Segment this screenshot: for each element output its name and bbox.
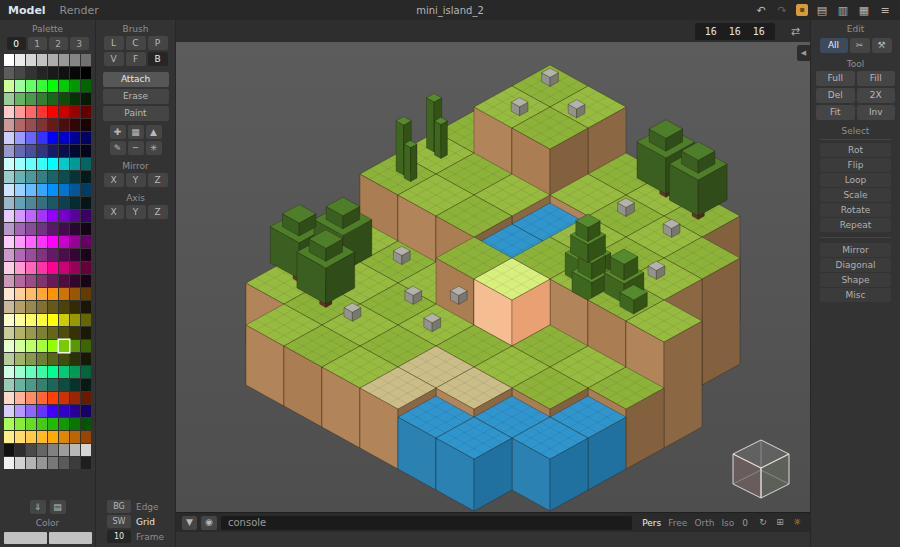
palette-swatch[interactable]	[26, 93, 36, 105]
palette-swatch[interactable]	[15, 145, 25, 157]
palette-swatch[interactable]	[15, 262, 25, 274]
palette-swatch[interactable]	[81, 106, 91, 118]
palette-swatch[interactable]	[37, 418, 47, 430]
palette-swatch[interactable]	[70, 145, 80, 157]
edit-misc[interactable]: Misc	[820, 288, 891, 302]
palette-swatch[interactable]	[59, 392, 69, 404]
palette-swatch[interactable]	[37, 327, 47, 339]
palette-swatch[interactable]	[59, 353, 69, 365]
palette-swatch[interactable]	[26, 444, 36, 456]
palette-swatch[interactable]	[15, 431, 25, 443]
palette-swatch[interactable]	[59, 80, 69, 92]
palette-swatch[interactable]	[48, 418, 58, 430]
palette-swatch[interactable]	[4, 327, 14, 339]
palette-swatch[interactable]	[4, 223, 14, 235]
palette-preview-swatch[interactable]	[4, 532, 47, 544]
view-mode-pers[interactable]: Pers	[642, 518, 661, 528]
pattern-icon[interactable]: ✳	[146, 141, 162, 155]
palette-swatch[interactable]	[59, 119, 69, 131]
palette-swatch[interactable]	[70, 366, 80, 378]
palette-swatch[interactable]	[37, 457, 47, 469]
edit-tool-del[interactable]: Del	[816, 88, 855, 103]
palette-swatch[interactable]	[37, 119, 47, 131]
palette-swatch[interactable]	[26, 314, 36, 326]
palette-swatch[interactable]	[37, 184, 47, 196]
nav-cube[interactable]	[724, 434, 798, 506]
palette-swatch[interactable]	[4, 184, 14, 196]
palette-swatch[interactable]	[70, 262, 80, 274]
palette-swatch[interactable]	[26, 301, 36, 313]
palette-swatch[interactable]	[59, 340, 69, 352]
palette-swatch[interactable]	[48, 314, 58, 326]
palette-swatch[interactable]	[70, 54, 80, 66]
palette-swatch[interactable]	[48, 262, 58, 274]
palette-swatch[interactable]	[37, 223, 47, 235]
view-mode-iso[interactable]: Iso	[721, 518, 734, 528]
palette-swatch[interactable]	[48, 379, 58, 391]
palette-swatch[interactable]	[59, 431, 69, 443]
work-axis-y[interactable]: Y	[126, 205, 146, 219]
palette-swatch[interactable]	[15, 275, 25, 287]
palette-swatch[interactable]	[15, 366, 25, 378]
palette-swatch[interactable]	[59, 327, 69, 339]
palette-swatch[interactable]	[4, 54, 14, 66]
sun-icon[interactable]: ☼	[790, 516, 804, 530]
palette-swatch[interactable]	[48, 119, 58, 131]
palette-swatch[interactable]	[4, 275, 14, 287]
palette-swatch[interactable]	[59, 405, 69, 417]
palette-swatch[interactable]	[81, 379, 91, 391]
work-axis-x[interactable]: X	[104, 205, 124, 219]
palette-swatch[interactable]	[70, 132, 80, 144]
open-folder-icon[interactable]: ▥	[836, 3, 850, 17]
palette-swatch[interactable]	[4, 418, 14, 430]
palette-swatch[interactable]	[81, 171, 91, 183]
palette-swatch[interactable]	[4, 132, 14, 144]
palette-swatch[interactable]	[70, 171, 80, 183]
palette-swatch[interactable]	[26, 106, 36, 118]
palette-swatch[interactable]	[70, 106, 80, 118]
palette-swatch[interactable]	[4, 67, 14, 79]
palette-swatch[interactable]	[81, 288, 91, 300]
palette-swatch[interactable]	[37, 444, 47, 456]
palette-swatch[interactable]	[15, 340, 25, 352]
palette-swatch[interactable]	[48, 431, 58, 443]
palette-swatch[interactable]	[70, 119, 80, 131]
palette-swatch[interactable]	[59, 418, 69, 430]
palette-swatch[interactable]	[37, 145, 47, 157]
palette-swatch[interactable]	[15, 327, 25, 339]
palette-swatch[interactable]	[26, 379, 36, 391]
palette-swatch[interactable]	[48, 80, 58, 92]
palette-swatch[interactable]	[37, 197, 47, 209]
line-icon[interactable]: ─	[128, 141, 144, 155]
palette-swatch[interactable]	[81, 340, 91, 352]
palette-swatch[interactable]	[26, 210, 36, 222]
palette-swatch[interactable]	[4, 392, 14, 404]
palette-swatch[interactable]	[48, 288, 58, 300]
palette-swatch[interactable]	[37, 93, 47, 105]
palette-swatch[interactable]	[81, 444, 91, 456]
palette-swatch[interactable]	[48, 67, 58, 79]
palette-swatch[interactable]	[4, 249, 14, 261]
palette-swatch[interactable]	[4, 197, 14, 209]
palette-swatch[interactable]	[48, 444, 58, 456]
palette-swatch[interactable]	[59, 379, 69, 391]
palette-swatch[interactable]	[4, 301, 14, 313]
palette-swatch[interactable]	[26, 197, 36, 209]
palette-swatch[interactable]	[70, 444, 80, 456]
palette-swatch[interactable]	[15, 236, 25, 248]
edit-diagonal[interactable]: Diagonal	[820, 258, 891, 272]
palette-swatch[interactable]	[59, 366, 69, 378]
palette-swatch[interactable]	[59, 210, 69, 222]
palette-swatch[interactable]	[15, 210, 25, 222]
palette-swatch[interactable]	[15, 301, 25, 313]
export-icon[interactable]: ▦	[857, 3, 871, 17]
palette-swatch[interactable]	[81, 132, 91, 144]
palette-swatch[interactable]	[70, 340, 80, 352]
palette-swatch[interactable]	[4, 158, 14, 170]
palette-swatch[interactable]	[26, 80, 36, 92]
palette-swatch[interactable]	[26, 119, 36, 131]
display-edge-value[interactable]: BG	[107, 500, 131, 513]
palette-swatch[interactable]	[70, 275, 80, 287]
palette-swatch[interactable]	[48, 210, 58, 222]
palette-swatch[interactable]	[26, 457, 36, 469]
